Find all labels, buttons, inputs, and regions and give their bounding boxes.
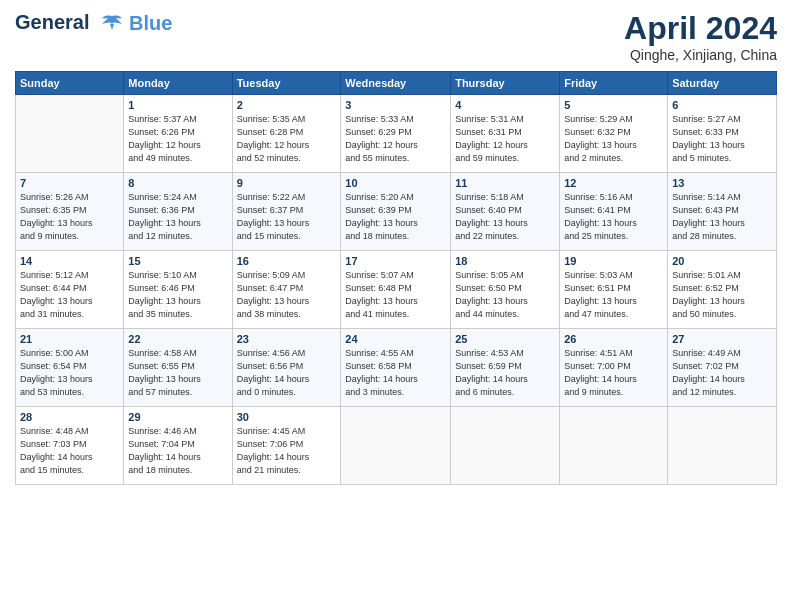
calendar-cell: 26Sunrise: 4:51 AM Sunset: 7:00 PM Dayli… [560, 329, 668, 407]
calendar-cell: 21Sunrise: 5:00 AM Sunset: 6:54 PM Dayli… [16, 329, 124, 407]
logo-general: General [15, 11, 89, 33]
day-number: 18 [455, 255, 555, 267]
calendar-week-row: 21Sunrise: 5:00 AM Sunset: 6:54 PM Dayli… [16, 329, 777, 407]
day-number: 2 [237, 99, 337, 111]
calendar-cell [668, 407, 777, 485]
day-info: Sunrise: 5:00 AM Sunset: 6:54 PM Dayligh… [20, 347, 119, 399]
weekday-header-sunday: Sunday [16, 72, 124, 95]
day-number: 27 [672, 333, 772, 345]
day-info: Sunrise: 5:10 AM Sunset: 6:46 PM Dayligh… [128, 269, 227, 321]
calendar-cell: 18Sunrise: 5:05 AM Sunset: 6:50 PM Dayli… [451, 251, 560, 329]
day-number: 5 [564, 99, 663, 111]
day-number: 25 [455, 333, 555, 345]
day-number: 17 [345, 255, 446, 267]
weekday-header-thursday: Thursday [451, 72, 560, 95]
calendar-cell: 20Sunrise: 5:01 AM Sunset: 6:52 PM Dayli… [668, 251, 777, 329]
day-number: 1 [128, 99, 227, 111]
calendar-cell: 24Sunrise: 4:55 AM Sunset: 6:58 PM Dayli… [341, 329, 451, 407]
calendar-cell: 15Sunrise: 5:10 AM Sunset: 6:46 PM Dayli… [124, 251, 232, 329]
day-info: Sunrise: 5:16 AM Sunset: 6:41 PM Dayligh… [564, 191, 663, 243]
day-number: 20 [672, 255, 772, 267]
day-number: 9 [237, 177, 337, 189]
day-number: 12 [564, 177, 663, 189]
day-number: 19 [564, 255, 663, 267]
day-info: Sunrise: 5:18 AM Sunset: 6:40 PM Dayligh… [455, 191, 555, 243]
weekday-header-saturday: Saturday [668, 72, 777, 95]
page-container: General Blue April 2024 Qinghe, Xinjiang… [0, 0, 792, 495]
calendar-cell: 17Sunrise: 5:07 AM Sunset: 6:48 PM Dayli… [341, 251, 451, 329]
day-info: Sunrise: 4:46 AM Sunset: 7:04 PM Dayligh… [128, 425, 227, 477]
day-info: Sunrise: 4:48 AM Sunset: 7:03 PM Dayligh… [20, 425, 119, 477]
logo-bird-icon [98, 10, 126, 38]
calendar-cell: 1Sunrise: 5:37 AM Sunset: 6:26 PM Daylig… [124, 95, 232, 173]
weekday-header-friday: Friday [560, 72, 668, 95]
day-info: Sunrise: 5:27 AM Sunset: 6:33 PM Dayligh… [672, 113, 772, 165]
calendar-cell: 13Sunrise: 5:14 AM Sunset: 6:43 PM Dayli… [668, 173, 777, 251]
day-info: Sunrise: 5:22 AM Sunset: 6:37 PM Dayligh… [237, 191, 337, 243]
calendar-cell: 10Sunrise: 5:20 AM Sunset: 6:39 PM Dayli… [341, 173, 451, 251]
calendar-cell: 5Sunrise: 5:29 AM Sunset: 6:32 PM Daylig… [560, 95, 668, 173]
logo-blue: Blue [129, 12, 172, 34]
day-number: 11 [455, 177, 555, 189]
day-number: 14 [20, 255, 119, 267]
weekday-header-wednesday: Wednesday [341, 72, 451, 95]
calendar-cell: 19Sunrise: 5:03 AM Sunset: 6:51 PM Dayli… [560, 251, 668, 329]
calendar-cell: 6Sunrise: 5:27 AM Sunset: 6:33 PM Daylig… [668, 95, 777, 173]
calendar-cell: 8Sunrise: 5:24 AM Sunset: 6:36 PM Daylig… [124, 173, 232, 251]
calendar-cell: 11Sunrise: 5:18 AM Sunset: 6:40 PM Dayli… [451, 173, 560, 251]
day-number: 28 [20, 411, 119, 423]
calendar-cell [341, 407, 451, 485]
day-info: Sunrise: 4:56 AM Sunset: 6:56 PM Dayligh… [237, 347, 337, 399]
day-info: Sunrise: 5:31 AM Sunset: 6:31 PM Dayligh… [455, 113, 555, 165]
day-number: 13 [672, 177, 772, 189]
day-info: Sunrise: 4:53 AM Sunset: 6:59 PM Dayligh… [455, 347, 555, 399]
calendar-cell: 2Sunrise: 5:35 AM Sunset: 6:28 PM Daylig… [232, 95, 341, 173]
calendar-cell: 3Sunrise: 5:33 AM Sunset: 6:29 PM Daylig… [341, 95, 451, 173]
day-info: Sunrise: 5:29 AM Sunset: 6:32 PM Dayligh… [564, 113, 663, 165]
day-number: 23 [237, 333, 337, 345]
calendar-cell: 9Sunrise: 5:22 AM Sunset: 6:37 PM Daylig… [232, 173, 341, 251]
calendar-table: SundayMondayTuesdayWednesdayThursdayFrid… [15, 71, 777, 485]
day-info: Sunrise: 5:26 AM Sunset: 6:35 PM Dayligh… [20, 191, 119, 243]
calendar-cell: 7Sunrise: 5:26 AM Sunset: 6:35 PM Daylig… [16, 173, 124, 251]
day-number: 26 [564, 333, 663, 345]
day-number: 8 [128, 177, 227, 189]
logo: General Blue [15, 10, 172, 38]
calendar-cell: 12Sunrise: 5:16 AM Sunset: 6:41 PM Dayli… [560, 173, 668, 251]
day-info: Sunrise: 5:09 AM Sunset: 6:47 PM Dayligh… [237, 269, 337, 321]
day-info: Sunrise: 5:37 AM Sunset: 6:26 PM Dayligh… [128, 113, 227, 165]
calendar-header-row: SundayMondayTuesdayWednesdayThursdayFrid… [16, 72, 777, 95]
day-info: Sunrise: 5:33 AM Sunset: 6:29 PM Dayligh… [345, 113, 446, 165]
calendar-cell [16, 95, 124, 173]
calendar-week-row: 28Sunrise: 4:48 AM Sunset: 7:03 PM Dayli… [16, 407, 777, 485]
day-number: 24 [345, 333, 446, 345]
day-info: Sunrise: 5:24 AM Sunset: 6:36 PM Dayligh… [128, 191, 227, 243]
day-number: 4 [455, 99, 555, 111]
day-number: 22 [128, 333, 227, 345]
day-number: 7 [20, 177, 119, 189]
calendar-cell: 25Sunrise: 4:53 AM Sunset: 6:59 PM Dayli… [451, 329, 560, 407]
day-number: 3 [345, 99, 446, 111]
location-subtitle: Qinghe, Xinjiang, China [624, 47, 777, 63]
day-number: 6 [672, 99, 772, 111]
calendar-cell: 30Sunrise: 4:45 AM Sunset: 7:06 PM Dayli… [232, 407, 341, 485]
weekday-header-monday: Monday [124, 72, 232, 95]
month-title: April 2024 [624, 10, 777, 47]
day-number: 15 [128, 255, 227, 267]
day-info: Sunrise: 4:45 AM Sunset: 7:06 PM Dayligh… [237, 425, 337, 477]
calendar-cell: 22Sunrise: 4:58 AM Sunset: 6:55 PM Dayli… [124, 329, 232, 407]
day-info: Sunrise: 5:14 AM Sunset: 6:43 PM Dayligh… [672, 191, 772, 243]
day-number: 16 [237, 255, 337, 267]
calendar-cell: 29Sunrise: 4:46 AM Sunset: 7:04 PM Dayli… [124, 407, 232, 485]
calendar-week-row: 14Sunrise: 5:12 AM Sunset: 6:44 PM Dayli… [16, 251, 777, 329]
calendar-cell [560, 407, 668, 485]
calendar-week-row: 7Sunrise: 5:26 AM Sunset: 6:35 PM Daylig… [16, 173, 777, 251]
day-info: Sunrise: 5:07 AM Sunset: 6:48 PM Dayligh… [345, 269, 446, 321]
page-header: General Blue April 2024 Qinghe, Xinjiang… [15, 10, 777, 63]
calendar-cell: 23Sunrise: 4:56 AM Sunset: 6:56 PM Dayli… [232, 329, 341, 407]
calendar-cell: 27Sunrise: 4:49 AM Sunset: 7:02 PM Dayli… [668, 329, 777, 407]
calendar-cell: 14Sunrise: 5:12 AM Sunset: 6:44 PM Dayli… [16, 251, 124, 329]
day-number: 21 [20, 333, 119, 345]
day-info: Sunrise: 4:51 AM Sunset: 7:00 PM Dayligh… [564, 347, 663, 399]
day-info: Sunrise: 4:58 AM Sunset: 6:55 PM Dayligh… [128, 347, 227, 399]
